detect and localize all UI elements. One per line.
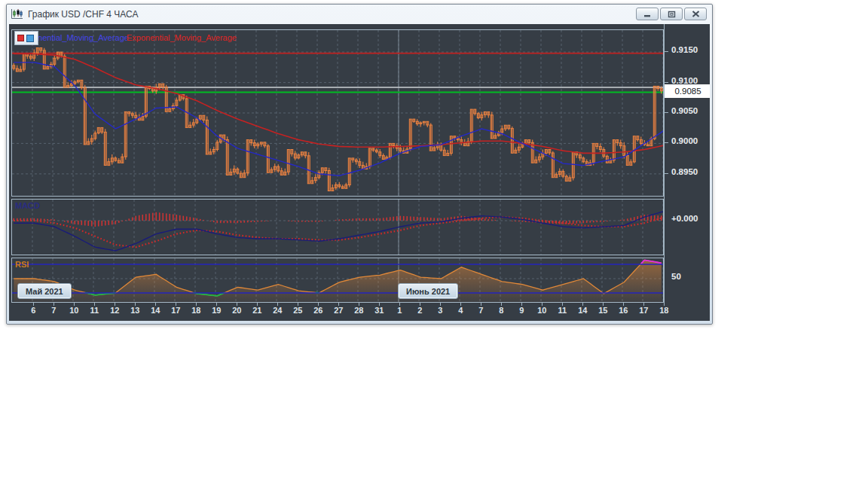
x-axis-label: 21 — [247, 306, 267, 315]
x-axis-label: 18 — [186, 306, 206, 315]
window-title: График USD /CHF 4 ЧАСА — [28, 9, 138, 20]
x-axis-label: 4 — [451, 306, 470, 315]
x-axis-label: 25 — [288, 306, 307, 315]
x-axis-label: 6 — [23, 306, 43, 315]
price-axis-tick — [665, 82, 668, 83]
price-label: 0.8950 — [671, 167, 698, 176]
price-axis-tick — [665, 142, 668, 143]
x-axis-label: 27 — [329, 306, 348, 315]
window-controls — [636, 8, 708, 20]
indicator-red-button[interactable] — [17, 35, 24, 41]
window-minimize-icon — [643, 11, 651, 17]
rsi-panel-title: RSI — [15, 260, 29, 269]
price-axis-tick — [665, 112, 668, 113]
candlestick-chart-icon — [11, 8, 23, 20]
x-axis-label: 11 — [552, 306, 572, 315]
x-axis-label: 15 — [593, 306, 613, 315]
x-axis-label: 7 — [44, 306, 63, 315]
x-axis-label: 31 — [369, 306, 389, 315]
x-axis-label: 14 — [145, 306, 165, 315]
x-axis-label: 11 — [84, 306, 104, 315]
chart-client-area: Exponential_Moving_Average Exponential_M… — [9, 24, 710, 321]
price-label: 0.9000 — [671, 136, 698, 145]
x-axis-label: 14 — [573, 306, 592, 315]
indicator-blue-button[interactable] — [26, 35, 34, 42]
macd-canvas[interactable] — [11, 199, 664, 255]
legend-ema-slow: Exponential_Moving_Average — [127, 33, 237, 42]
x-axis-label: 13 — [125, 306, 145, 315]
macd-panel-title: MACD — [15, 201, 40, 210]
x-axis-label: 1 — [390, 306, 409, 315]
rsi-canvas[interactable] — [11, 258, 664, 303]
x-axis-label: 19 — [206, 306, 226, 315]
x-axis-label: 8 — [491, 306, 511, 315]
indicator-buttons-panel — [14, 31, 38, 45]
x-axis-label: 10 — [64, 306, 84, 315]
x-axis-label: 3 — [430, 306, 450, 315]
price-axis-tick — [665, 51, 668, 52]
x-axis-label: 2 — [410, 306, 429, 315]
rsi-mid-label: 50 — [671, 272, 681, 281]
x-axis-label: 17 — [166, 306, 185, 315]
x-axis-label: 17 — [634, 306, 653, 315]
restore-button[interactable] — [660, 8, 683, 20]
x-axis-label: 7 — [471, 306, 491, 315]
x-axis-label: 28 — [349, 306, 368, 315]
x-axis-label: 12 — [105, 306, 124, 315]
macd-zero-label: +0.000 — [671, 214, 698, 223]
time-axis[interactable]: 6710111213141718192021242526272831123478… — [11, 303, 664, 319]
price-axis-line — [664, 24, 665, 303]
close-button[interactable] — [684, 8, 707, 20]
x-axis-label: 20 — [227, 306, 246, 315]
price-chart-canvas[interactable] — [11, 29, 664, 197]
chart-window[interactable]: График USD /CHF 4 ЧАСА Exponentia — [6, 4, 713, 325]
window-restore-icon — [668, 11, 676, 18]
month-label-june: Июнь 2021 — [398, 283, 458, 299]
window-close-icon — [692, 11, 700, 17]
x-axis-label: 9 — [512, 306, 531, 315]
window-titlebar[interactable]: График USD /CHF 4 ЧАСА — [7, 5, 712, 23]
minimize-button[interactable] — [636, 8, 659, 20]
x-axis-label: 16 — [613, 306, 633, 315]
x-axis-label: 10 — [532, 306, 552, 315]
price-label: 0.9050 — [671, 106, 698, 115]
price-label: 0.9150 — [671, 45, 698, 54]
x-axis-label: 18 — [654, 306, 674, 315]
x-axis-label: 24 — [267, 306, 287, 315]
month-label-may: Май 2021 — [17, 283, 72, 299]
current-price-label: 0.9085 — [665, 84, 710, 98]
price-axis-tick — [665, 173, 668, 174]
x-axis-label: 26 — [308, 306, 328, 315]
